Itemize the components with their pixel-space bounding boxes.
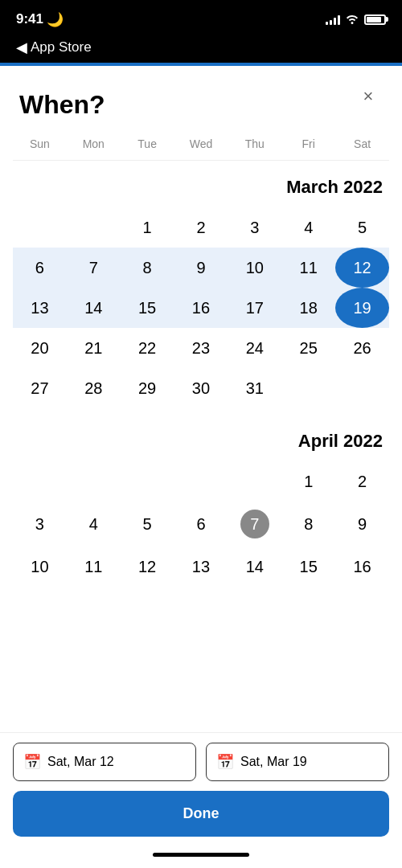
cal-day-28[interactable]: 28 (67, 368, 121, 408)
cal-day-1[interactable]: 1 (121, 207, 174, 248)
home-bar (153, 853, 249, 857)
calendar-start-icon: 📅 (23, 753, 41, 771)
cal-day-16[interactable]: 16 (174, 288, 228, 328)
cal-day-apr-13[interactable]: 13 (174, 547, 228, 587)
cal-day-apr-3[interactable]: 3 (13, 502, 67, 547)
cal-day-apr-6[interactable]: 6 (174, 502, 228, 547)
month-title-march: March 2022 (13, 167, 389, 207)
cal-day-20[interactable]: 20 (13, 328, 67, 368)
cal-day-13[interactable]: 13 (13, 288, 67, 328)
end-date-text: Sat, Mar 19 (240, 755, 307, 769)
back-chevron-icon: ◀ (16, 39, 27, 56)
cal-day-apr-4[interactable]: 4 (67, 502, 121, 547)
cal-day-apr-8[interactable]: 8 (281, 502, 335, 547)
cal-day-apr-15[interactable]: 15 (281, 547, 335, 587)
day-header-sat: Sat (335, 134, 389, 154)
bottom-bar: 📅 Sat, Mar 12 📅 Sat, Mar 19 Done (0, 732, 402, 846)
cal-day-11[interactable]: 11 (281, 248, 335, 288)
calendar-week: 10 11 12 13 14 15 16 (13, 547, 389, 587)
month-march: March 2022 1 2 3 4 5 6 7 8 9 10 11 12 (13, 167, 389, 408)
cal-day (67, 461, 121, 502)
cal-day (67, 207, 121, 248)
done-button[interactable]: Done (13, 791, 389, 837)
cal-day (228, 461, 281, 502)
time-display: 9:41 (16, 11, 43, 27)
cal-day-3[interactable]: 3 (228, 207, 281, 248)
day-header-mon: Mon (67, 134, 121, 154)
nav-bar: ◀ App Store (0, 35, 402, 63)
cal-day-6[interactable]: 6 (13, 248, 67, 288)
battery-icon (364, 14, 386, 25)
calendar-week: 3 4 5 6 7 8 9 (13, 502, 389, 547)
cal-day-24[interactable]: 24 (228, 328, 281, 368)
cal-day-apr-1[interactable]: 1 (281, 461, 335, 502)
cal-day-apr-2[interactable]: 2 (335, 461, 389, 502)
cal-day-apr-10[interactable]: 10 (13, 547, 67, 587)
cal-day-4[interactable]: 4 (281, 207, 335, 248)
cal-day (13, 461, 67, 502)
day-headers: Sun Mon Tue Wed Thu Fri Sat (13, 128, 389, 161)
cal-day-9[interactable]: 9 (174, 248, 228, 288)
cal-day-apr-9[interactable]: 9 (335, 502, 389, 547)
cal-day-17[interactable]: 17 (228, 288, 281, 328)
cal-day (281, 368, 335, 408)
calendar-week: 1 2 3 4 5 (13, 207, 389, 248)
cal-day (174, 461, 228, 502)
cal-day-15[interactable]: 15 (121, 288, 174, 328)
date-pickers: 📅 Sat, Mar 12 📅 Sat, Mar 19 (13, 743, 389, 781)
cal-day (13, 207, 67, 248)
month-title-april: April 2022 (13, 421, 389, 461)
cal-day-30[interactable]: 30 (174, 368, 228, 408)
cal-day-apr-16[interactable]: 16 (335, 547, 389, 587)
cal-day-14[interactable]: 14 (67, 288, 121, 328)
cal-day-5[interactable]: 5 (335, 207, 389, 248)
calendar-end-icon: 📅 (216, 753, 234, 771)
cal-day-22[interactable]: 22 (121, 328, 174, 368)
modal-header: When? × (0, 66, 402, 128)
cal-day-apr-11[interactable]: 11 (67, 547, 121, 587)
calendar-week: 1 2 (13, 461, 389, 502)
cal-day-29[interactable]: 29 (121, 368, 174, 408)
cal-day-apr-14[interactable]: 14 (228, 547, 281, 587)
calendar-week: 13 14 15 16 17 18 19 (13, 288, 389, 328)
done-label: Done (183, 805, 219, 821)
status-bar: 9:41 🌙 (0, 0, 402, 35)
cal-day-12-selected[interactable]: 12 (335, 248, 389, 288)
home-indicator-area (0, 846, 402, 868)
day-header-sun: Sun (13, 134, 67, 154)
cal-day-26[interactable]: 26 (335, 328, 389, 368)
day-header-thu: Thu (228, 134, 281, 154)
today-indicator: 7 (240, 510, 269, 538)
month-april: April 2022 1 2 3 4 5 6 7 8 (13, 421, 389, 587)
cal-day-7[interactable]: 7 (67, 248, 121, 288)
moon-icon: 🌙 (47, 11, 64, 28)
cal-day-apr-12[interactable]: 12 (121, 547, 174, 587)
modal-title: When? (19, 90, 105, 120)
start-date-field[interactable]: 📅 Sat, Mar 12 (13, 743, 196, 781)
back-label: App Store (31, 39, 92, 55)
day-header-wed: Wed (174, 134, 228, 154)
cal-day-18[interactable]: 18 (281, 288, 335, 328)
cal-day-8[interactable]: 8 (121, 248, 174, 288)
status-time: 9:41 🌙 (16, 11, 64, 28)
cal-day-10[interactable]: 10 (228, 248, 281, 288)
end-date-field[interactable]: 📅 Sat, Mar 19 (206, 743, 389, 781)
cal-day-21[interactable]: 21 (67, 328, 121, 368)
cal-day-27[interactable]: 27 (13, 368, 67, 408)
cal-day-19-selected[interactable]: 19 (335, 288, 389, 328)
calendar-week: 27 28 29 30 31 (13, 368, 389, 408)
cal-day-apr-7-today[interactable]: 7 (228, 502, 281, 547)
calendar-container[interactable]: Sun Mon Tue Wed Thu Fri Sat March 2022 1… (0, 128, 402, 732)
day-header-tue: Tue (121, 134, 174, 154)
cal-day-apr-5[interactable]: 5 (121, 502, 174, 547)
cal-day-31[interactable]: 31 (228, 368, 281, 408)
back-button[interactable]: ◀ App Store (16, 39, 386, 56)
close-button[interactable]: × (354, 82, 383, 111)
start-date-text: Sat, Mar 12 (47, 755, 114, 769)
calendar-week: 6 7 8 9 10 11 12 (13, 248, 389, 288)
close-icon: × (363, 86, 374, 107)
modal-content: When? × Sun Mon Tue Wed Thu Fri Sat Marc… (0, 66, 402, 868)
cal-day-25[interactable]: 25 (281, 328, 335, 368)
cal-day-2[interactable]: 2 (174, 207, 228, 248)
cal-day-23[interactable]: 23 (174, 328, 228, 368)
